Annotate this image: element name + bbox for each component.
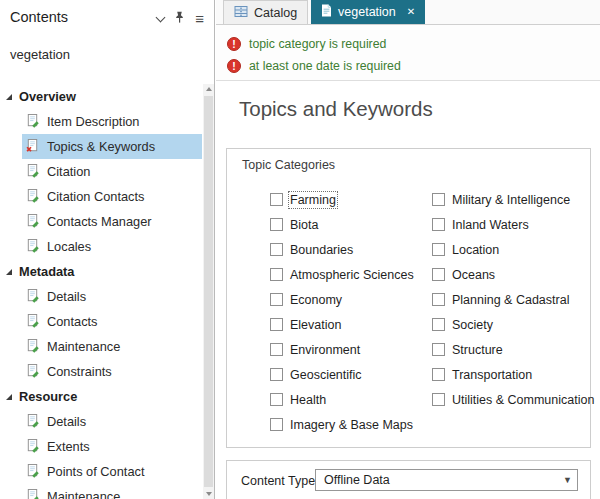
tree-item-resource-extents[interactable]: Extents	[22, 434, 202, 459]
expanded-triangle-icon[interactable]	[6, 94, 12, 100]
tree-section-metadata[interactable]: Metadata	[0, 259, 203, 284]
tree-item-metadata-details[interactable]: Details	[22, 284, 202, 309]
tree-item-overview-citation-contacts[interactable]: Citation Contacts	[22, 184, 202, 209]
panel-menu-icon[interactable]: ≡	[195, 14, 204, 24]
tree-item-overview-topics-and-keywords[interactable]: Topics & Keywords	[22, 134, 202, 159]
error-icon: !	[227, 59, 241, 73]
checkbox-military-and-intelligence[interactable]	[432, 193, 445, 206]
category-label: Health	[290, 393, 326, 407]
validation-message-text: at least one date is required	[249, 59, 401, 73]
checkbox-geoscientific[interactable]	[270, 368, 283, 381]
content-type-label: Content Type	[241, 474, 315, 488]
metadata-doc-icon	[25, 239, 40, 254]
scroll-down-icon[interactable]	[203, 488, 214, 499]
tab-vegetation[interactable]: vegetation ✕	[311, 0, 425, 24]
content-type-dropdown[interactable]: Offline Data ▼	[315, 469, 578, 491]
checkbox-elevation[interactable]	[270, 318, 283, 331]
topic-categories-right-column: Military & IntelligenceInland WatersLoca…	[432, 187, 594, 412]
metadata-doc-icon	[25, 489, 40, 499]
checkbox-inland-waters[interactable]	[432, 218, 445, 231]
scrollbar-thumb[interactable]	[204, 96, 213, 487]
checkbox-imagery-and-base-maps[interactable]	[270, 418, 283, 431]
category-label: Transportation	[452, 368, 532, 382]
content-type-value: Offline Data	[324, 473, 390, 487]
checkbox-environment[interactable]	[270, 343, 283, 356]
tree-item-label: Points of Contact	[47, 464, 144, 479]
tree-section-resource[interactable]: Resource	[0, 384, 203, 409]
checkbox-location[interactable]	[432, 243, 445, 256]
checkbox-health[interactable]	[270, 393, 283, 406]
sidebar-scrollbar[interactable]	[203, 84, 214, 499]
tree-section-label: Metadata	[19, 264, 74, 279]
validation-message: ! topic category is required	[227, 33, 600, 55]
tree-item-resource-points-of-contact[interactable]: Points of Contact	[22, 459, 202, 484]
category-label: Location	[452, 243, 499, 257]
metadata-doc-icon	[25, 214, 40, 229]
tree-item-overview-item-description[interactable]: Item Description	[22, 109, 202, 134]
contents-panel: Contents ≡ vegetation Overview Item Desc…	[0, 0, 215, 499]
checkbox-utilities-and-communication[interactable]	[432, 393, 445, 406]
checkbox-planning-and-cadastral[interactable]	[432, 293, 445, 306]
tree-item-resource-maintenance[interactable]: Maintenance	[22, 484, 202, 499]
category-label: Geoscientific	[290, 368, 362, 382]
category-row-elevation: Elevation	[270, 312, 414, 337]
validation-message: ! at least one date is required	[227, 55, 600, 77]
catalog-icon	[234, 5, 248, 21]
tree-item-metadata-constraints[interactable]: Constraints	[22, 359, 202, 384]
checkbox-farming[interactable]	[270, 193, 283, 206]
tree-item-overview-contacts-manager[interactable]: Contacts Manager	[22, 209, 202, 234]
category-row-location: Location	[432, 237, 594, 262]
expanded-triangle-icon[interactable]	[6, 394, 12, 400]
tree-item-label: Maintenance	[47, 489, 120, 499]
tree-item-overview-locales[interactable]: Locales	[22, 234, 202, 259]
view-tabstrip: Catalog vegetation ✕	[216, 0, 600, 25]
topic-categories-left-column: FarmingBiotaBoundariesAtmospheric Scienc…	[270, 187, 414, 437]
scroll-up-icon[interactable]	[203, 84, 214, 95]
category-label: Farming	[290, 193, 336, 207]
tree-item-label: Locales	[47, 239, 91, 254]
category-label: Imagery & Base Maps	[290, 418, 413, 432]
tree-item-metadata-maintenance[interactable]: Maintenance	[22, 334, 202, 359]
tree-item-label: Contacts	[47, 314, 98, 329]
metadata-doc-icon	[25, 114, 40, 129]
checkbox-boundaries[interactable]	[270, 243, 283, 256]
checkbox-atmospheric-sciences[interactable]	[270, 268, 283, 281]
checkbox-oceans[interactable]	[432, 268, 445, 281]
metadata-doc-icon	[25, 314, 40, 329]
category-row-oceans: Oceans	[432, 262, 594, 287]
metadata-doc-icon	[25, 464, 40, 479]
checkbox-biota[interactable]	[270, 218, 283, 231]
pin-icon[interactable]	[174, 10, 185, 28]
checkbox-structure[interactable]	[432, 343, 445, 356]
tab-label: vegetation	[338, 5, 396, 19]
category-label: Utilities & Communication	[452, 393, 594, 407]
tree-item-label: Maintenance	[47, 339, 120, 354]
category-label: Elevation	[290, 318, 341, 332]
tab-label: Catalog	[254, 6, 297, 20]
category-row-imagery-and-base-maps: Imagery & Base Maps	[270, 412, 414, 437]
tree-section-label: Overview	[19, 89, 76, 104]
category-label: Planning & Cadastral	[452, 293, 569, 307]
tree-item-label: Citation	[47, 164, 90, 179]
category-label: Environment	[290, 343, 360, 357]
category-label: Inland Waters	[452, 218, 529, 232]
category-row-biota: Biota	[270, 212, 414, 237]
chevron-down-icon[interactable]	[156, 13, 166, 23]
category-row-health: Health	[270, 387, 414, 412]
checkbox-society[interactable]	[432, 318, 445, 331]
category-label: Structure	[452, 343, 503, 357]
tree-item-metadata-contacts[interactable]: Contacts	[22, 309, 202, 334]
close-tab-icon[interactable]: ✕	[407, 7, 415, 17]
error-icon: !	[227, 37, 241, 51]
expanded-triangle-icon[interactable]	[6, 269, 12, 275]
tree-item-label: Extents	[47, 439, 90, 454]
tree-item-resource-details[interactable]: Details	[22, 409, 202, 434]
metadata-doc-icon	[25, 339, 40, 354]
tree-section-label: Resource	[19, 389, 77, 404]
tree-item-overview-citation[interactable]: Citation	[22, 159, 202, 184]
tab-catalog[interactable]: Catalog	[223, 0, 308, 24]
tree-section-overview[interactable]: Overview	[0, 84, 203, 109]
category-label: Atmospheric Sciences	[290, 268, 414, 282]
checkbox-economy[interactable]	[270, 293, 283, 306]
checkbox-transportation[interactable]	[432, 368, 445, 381]
